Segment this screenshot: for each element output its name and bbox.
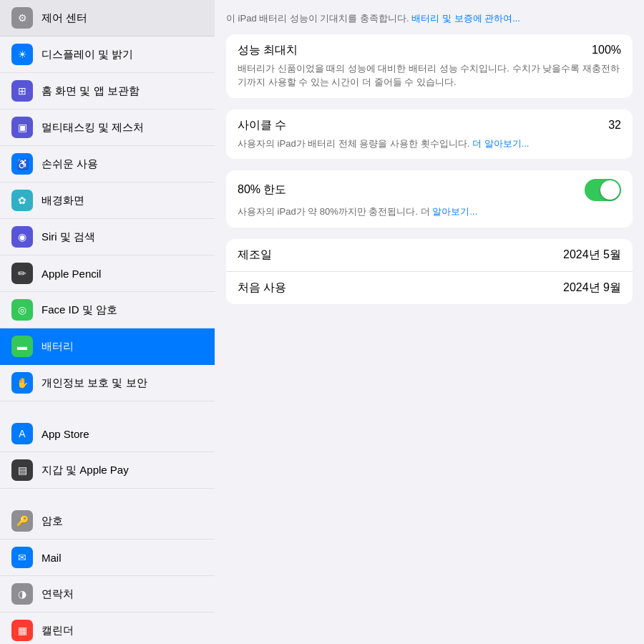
card-row-manufacture-date: 제조일2024년 5월	[226, 239, 633, 272]
sidebar-item-battery[interactable]: ▬배터리	[0, 328, 215, 365]
row-value-cycle-count: 32	[608, 119, 621, 132]
sidebar-item-label-face-id: Face ID 및 암호	[42, 303, 117, 317]
home-screen-icon: ⊞	[11, 80, 33, 102]
row-header-80-limit: 80% 한도	[238, 179, 621, 201]
sidebar-item-label-privacy: 개인정보 보호 및 보안	[42, 376, 147, 390]
row-value-first-use: 2024년 9월	[563, 280, 621, 296]
row-value-max-performance: 100%	[592, 44, 621, 57]
row-header-first-use: 처음 사용2024년 9월	[238, 280, 621, 296]
sidebar-item-face-id[interactable]: ◎Face ID 및 암호	[0, 292, 215, 328]
display-icon: ☀	[11, 44, 33, 65]
card-limit: 80% 한도사용자의 iPad가 약 80%까지만 충전됩니다. 더 알아보기.…	[226, 170, 633, 228]
row-title-max-performance: 성능 최대치	[238, 43, 298, 58]
main-content: 이 iPad 배터리 성능이 기대치를 충족합니다. 배터리 및 보증에 관하여…	[215, 0, 644, 644]
card-cycle: 사이클 수32사용자의 iPad가 배터리 전체 용량을 사용한 횟수입니다. …	[226, 109, 633, 160]
toggle-80-limit[interactable]	[585, 179, 621, 201]
row-value-manufacture-date: 2024년 5월	[563, 248, 621, 263]
mail-icon: ✉	[11, 547, 33, 568]
toggle-knob-80-limit	[600, 180, 620, 200]
passwords-icon: 🔑	[11, 510, 33, 532]
privacy-icon: ✋	[11, 372, 33, 394]
battery-info-link[interactable]: 배터리 및 보증에 관하여...	[411, 13, 520, 24]
sidebar-item-label-display: 디스플레이 및 밝기	[42, 48, 133, 62]
sidebar-item-display[interactable]: ☀디스플레이 및 밝기	[0, 36, 215, 73]
row-title-manufacture-date: 제조일	[238, 248, 272, 263]
card-row-max-performance: 성능 최대치100%배터리가 신품이었을 때의 성능에 대비한 배터리 성능 수…	[226, 34, 633, 98]
sidebar-item-label-calendar: 캘린더	[42, 624, 74, 638]
sidebar-item-accessibility[interactable]: ♿손쉬운 사용	[0, 146, 215, 182]
sidebar-item-mail[interactable]: ✉Mail	[0, 540, 215, 576]
battery-icon: ▬	[11, 336, 33, 357]
sidebar-item-passwords[interactable]: 🔑암호	[0, 503, 215, 540]
sidebar-item-label-multitasking: 멀티태스킹 및 제스처	[42, 121, 144, 135]
apple-pencil-icon: ✏	[11, 263, 33, 284]
row-title-80-limit: 80% 한도	[238, 182, 286, 197]
sidebar-item-app-store[interactable]: AApp Store	[0, 416, 215, 452]
sidebar-item-label-wallet: 지갑 및 Apple Pay	[42, 464, 129, 477]
sidebar-item-control-center[interactable]: ⚙제어 센터	[0, 0, 215, 36]
card-row-80-limit: 80% 한도사용자의 iPad가 약 80%까지만 충전됩니다. 더 알아보기.…	[226, 170, 633, 228]
sidebar-item-wallpaper[interactable]: ✿배경화면	[0, 182, 215, 219]
contacts-icon: ◑	[11, 583, 33, 605]
sidebar-item-calendar[interactable]: ▦캘린더	[0, 613, 215, 644]
row-header-manufacture-date: 제조일2024년 5월	[238, 248, 621, 263]
sidebar-item-label-contacts: 연락처	[42, 587, 74, 601]
sidebar-item-contacts[interactable]: ◑연락처	[0, 576, 215, 613]
multitasking-icon: ▣	[11, 117, 33, 138]
sidebar-item-label-wallpaper: 배경화면	[42, 194, 84, 208]
sidebar-item-label-battery: 배터리	[42, 340, 74, 353]
row-header-max-performance: 성능 최대치100%	[238, 43, 621, 58]
card-row-first-use: 처음 사용2024년 9월	[226, 272, 633, 304]
sidebar-item-home-screen[interactable]: ⊞홈 화면 및 앱 보관함	[0, 73, 215, 109]
row-header-cycle-count: 사이클 수32	[238, 118, 621, 133]
sidebar: ⚙제어 센터☀디스플레이 및 밝기⊞홈 화면 및 앱 보관함▣멀티태스킹 및 제…	[0, 0, 215, 644]
row-link-cycle-count[interactable]: 더 알아보기...	[472, 138, 529, 149]
sidebar-item-label-accessibility: 손쉬운 사용	[42, 157, 98, 171]
sidebar-item-label-control-center: 제어 센터	[42, 11, 87, 25]
card-row-cycle-count: 사이클 수32사용자의 iPad가 배터리 전체 용량을 사용한 횟수입니다. …	[226, 109, 633, 160]
row-title-first-use: 처음 사용	[238, 280, 286, 296]
top-description: 이 iPad 배터리 성능이 기대치를 충족합니다. 배터리 및 보증에 관하여…	[226, 11, 633, 26]
row-desc-max-performance: 배터리가 신품이었을 때의 성능에 대비한 배터리 성능 수치입니다. 수치가 …	[238, 62, 621, 89]
row-desc-cycle-count: 사용자의 iPad가 배터리 전체 용량을 사용한 횟수입니다. 더 알아보기.…	[238, 137, 621, 151]
siri-icon: ◉	[11, 226, 33, 248]
sidebar-spacer-2	[0, 489, 215, 503]
wallpaper-icon: ✿	[11, 190, 33, 211]
sidebar-item-label-home-screen: 홈 화면 및 앱 보관함	[42, 84, 140, 98]
sidebar-item-apple-pencil[interactable]: ✏Apple Pencil	[0, 255, 215, 292]
sidebar-item-label-app-store: App Store	[42, 428, 89, 440]
app-store-icon: A	[11, 423, 33, 444]
sidebar-item-siri[interactable]: ◉Siri 및 검색	[0, 219, 215, 255]
sidebar-item-label-passwords: 암호	[42, 514, 63, 528]
sidebar-spacer-1	[0, 401, 215, 416]
calendar-icon: ▦	[11, 620, 33, 641]
sidebar-item-label-mail: Mail	[42, 552, 62, 564]
sidebar-item-multitasking[interactable]: ▣멀티태스킹 및 제스처	[0, 109, 215, 146]
sidebar-item-wallet[interactable]: ▤지갑 및 Apple Pay	[0, 452, 215, 489]
sidebar-item-label-apple-pencil: Apple Pencil	[42, 268, 101, 280]
sidebar-item-label-siri: Siri 및 검색	[42, 230, 95, 244]
face-id-icon: ◎	[11, 299, 33, 321]
card-dates: 제조일2024년 5월처음 사용2024년 9월	[226, 239, 633, 304]
wallet-icon: ▤	[11, 459, 33, 481]
row-link-80-limit[interactable]: 알아보기...	[432, 206, 477, 217]
row-desc-80-limit: 사용자의 iPad가 약 80%까지만 충전됩니다. 더 알아보기...	[238, 205, 621, 219]
card-performance: 성능 최대치100%배터리가 신품이었을 때의 성능에 대비한 배터리 성능 수…	[226, 34, 633, 98]
accessibility-icon: ♿	[11, 153, 33, 175]
row-title-cycle-count: 사이클 수	[238, 118, 286, 133]
sidebar-item-privacy[interactable]: ✋개인정보 보호 및 보안	[0, 365, 215, 401]
control-center-icon: ⚙	[11, 7, 33, 29]
